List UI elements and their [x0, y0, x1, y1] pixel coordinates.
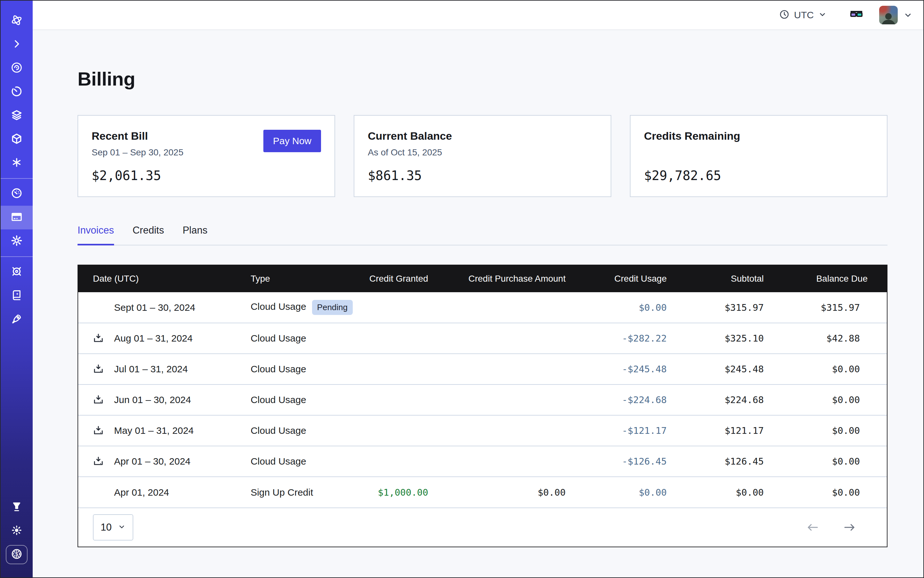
credit-card-icon [10, 211, 23, 225]
orbit-logo-icon [11, 14, 23, 28]
sidebar-item-layers[interactable] [1, 104, 32, 128]
next-page-button[interactable] [843, 521, 856, 534]
user-menu-chevron[interactable] [903, 11, 913, 19]
prev-page-button[interactable] [806, 521, 820, 534]
subtotal: $0.00 [685, 477, 782, 508]
sidebar-item-credits[interactable]: $ [1, 543, 32, 567]
sidebar-divider [1, 257, 32, 257]
invoice-date: Sept 01 – 30, 2024 [114, 302, 195, 313]
svg-text:$: $ [15, 551, 18, 557]
sidebar-item-observe[interactable] [1, 57, 32, 80]
table-header-row: Date (UTC) Type Credit Granted Credit Pu… [78, 265, 887, 292]
glasses-toggle[interactable] [849, 7, 864, 23]
current-balance-card: Current Balance As of Oct 15, 2025 $861.… [354, 115, 611, 197]
invoice-type: Cloud Usage [236, 385, 357, 415]
credit-granted: $1,000.00 [357, 477, 446, 508]
table-row: Apr 01 – 30, 2024 Cloud Usage -$126.45 $… [78, 446, 887, 477]
cube-icon [11, 133, 23, 146]
invoice-type: Cloud Usage [236, 323, 357, 354]
table-footer: 10 [78, 508, 887, 547]
sidebar: $ [1, 1, 32, 577]
credit-usage: -$126.45 [583, 446, 685, 477]
credits-remaining-card: Credits Remaining $29,782.65 [630, 115, 887, 197]
download-invoice-button[interactable] [93, 333, 104, 344]
credit-purchase-amount: $0.00 [446, 477, 583, 508]
tab-plans[interactable]: Plans [183, 225, 208, 245]
avatar[interactable] [879, 6, 898, 24]
sidebar-item-shell[interactable] [1, 32, 32, 57]
credit-granted [357, 415, 446, 446]
subtotal: $245.48 [685, 354, 782, 385]
invoice-type: Cloud Usage [236, 354, 357, 385]
pay-now-button[interactable]: Pay Now [263, 130, 321, 152]
invoice-date: Jul 01 – 31, 2024 [114, 364, 188, 375]
sidebar-item-launch[interactable] [1, 308, 32, 331]
download-invoice-button[interactable] [93, 364, 104, 375]
balance-due: $0.00 [782, 446, 887, 477]
table-row: Aug 01 – 31, 2024 Cloud Usage -$282.22 $… [78, 323, 887, 354]
invoice-date: Apr 01, 2024 [114, 487, 169, 498]
credit-usage: -$224.68 [583, 385, 685, 415]
page-size-select[interactable]: 10 [93, 514, 133, 541]
col-type: Type [236, 265, 357, 292]
subtotal: $315.97 [685, 292, 782, 323]
balance-due: $0.00 [782, 385, 887, 415]
invoice-date: Jun 01 – 30, 2024 [114, 395, 191, 405]
credit-usage: $0.00 [583, 292, 685, 323]
timezone-selector[interactable]: UTC [779, 9, 827, 21]
sidebar-item-theme[interactable] [1, 519, 32, 543]
sidebar-item-settings[interactable] [1, 229, 32, 253]
clock-icon [779, 9, 789, 21]
sidebar-item-services[interactable] [1, 151, 32, 175]
sidebar-item-docs[interactable] [1, 284, 32, 308]
sun-icon [11, 524, 23, 537]
credit-usage: -$282.22 [583, 323, 685, 354]
credit-purchase-amount [446, 446, 583, 477]
sidebar-item-fleet[interactable] [1, 260, 32, 284]
sidebar-item-usage[interactable] [1, 182, 32, 206]
billing-tabs: Invoices Credits Plans [78, 225, 887, 245]
credit-purchase-amount [446, 292, 583, 323]
invoices-table: Date (UTC) Type Credit Granted Credit Pu… [78, 265, 887, 547]
balance-as-of: As of Oct 15, 2025 [368, 148, 597, 157]
sidebar-item-billing[interactable] [1, 206, 32, 229]
sidebar-item-timer[interactable] [1, 80, 32, 104]
subtotal: $121.17 [685, 415, 782, 446]
glasses-icon [849, 7, 864, 23]
status-badge: Pending [312, 300, 353, 315]
chevron-down-icon [118, 521, 126, 533]
card-title: Current Balance [368, 130, 597, 142]
balance-due: $0.00 [782, 354, 887, 385]
pagination [806, 521, 856, 534]
subtotal: $325.10 [685, 323, 782, 354]
recent-bill-card: Recent Bill Sep 01 – Sep 30, 2025 $2,061… [78, 115, 335, 197]
invoice-type: Sign Up Credit [236, 477, 357, 508]
download-invoice-button[interactable] [93, 425, 104, 436]
balance-due: $0.00 [782, 415, 887, 446]
table-row: Jun 01 – 30, 2024 Cloud Usage -$224.68 $… [78, 385, 887, 415]
tab-invoices[interactable]: Invoices [78, 225, 114, 245]
invoice-type: Cloud Usage [250, 301, 306, 312]
recent-bill-amount: $2,061.35 [92, 168, 161, 183]
credit-usage: -$121.17 [583, 415, 685, 446]
tab-credits[interactable]: Credits [133, 225, 164, 245]
sidebar-logo[interactable] [1, 9, 32, 32]
sidebar-item-labs[interactable] [1, 495, 32, 519]
col-date: Date (UTC) [78, 265, 236, 292]
download-invoice-button[interactable] [93, 395, 104, 405]
gear-icon [11, 235, 23, 248]
col-credit-purchase: Credit Purchase Amount [446, 265, 583, 292]
credit-granted [357, 323, 446, 354]
col-subtotal: Subtotal [685, 265, 782, 292]
invoice-date: May 01 – 31, 2024 [114, 425, 194, 436]
chevron-down-icon [818, 10, 827, 20]
timezone-label: UTC [794, 10, 814, 21]
balance-due: $0.00 [782, 477, 887, 508]
credit-granted [357, 385, 446, 415]
invoice-type: Cloud Usage [236, 415, 357, 446]
table-row: Sept 01 – 30, 2024 Cloud UsagePending $0… [78, 292, 887, 323]
download-invoice-button[interactable] [93, 456, 104, 467]
credit-granted [357, 292, 446, 323]
sidebar-item-containers[interactable] [1, 128, 32, 151]
invoice-date: Apr 01 – 30, 2024 [114, 456, 191, 467]
